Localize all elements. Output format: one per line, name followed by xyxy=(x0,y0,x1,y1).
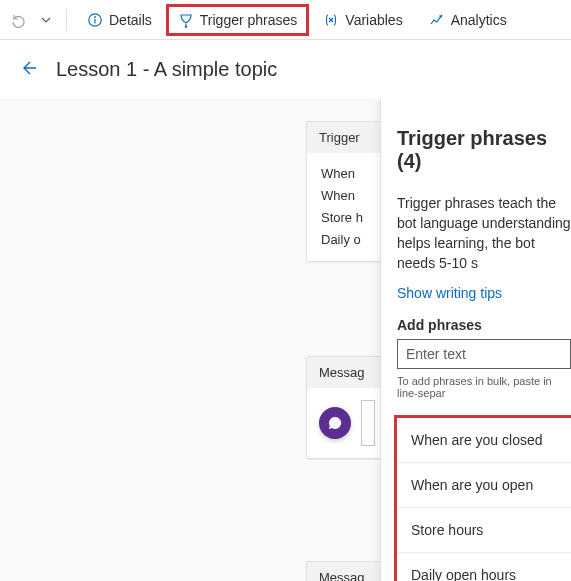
top-toolbar: Details Trigger phrases Variables Analyt… xyxy=(0,0,571,40)
undo-menu-button[interactable] xyxy=(34,10,58,30)
details-tab[interactable]: Details xyxy=(75,4,164,36)
trigger-phrases-tab[interactable]: Trigger phrases xyxy=(166,4,310,36)
back-button[interactable] xyxy=(14,54,42,85)
trigger-phrases-label: Trigger phrases xyxy=(200,12,298,28)
variables-label: Variables xyxy=(345,12,402,28)
analytics-tab[interactable]: Analytics xyxy=(417,4,519,36)
variables-tab[interactable]: Variables xyxy=(311,4,414,36)
chat-icon xyxy=(327,415,343,431)
variables-icon xyxy=(323,12,339,28)
divider xyxy=(66,9,67,31)
details-label: Details xyxy=(109,12,152,28)
panel-description: Trigger phrases teach the bot language u… xyxy=(397,193,571,273)
undo-icon xyxy=(10,12,26,28)
back-arrow-icon xyxy=(18,58,38,78)
trigger-icon xyxy=(178,12,194,28)
chevron-down-icon xyxy=(40,14,52,26)
message-preview xyxy=(361,400,375,446)
phrase-list: When are you closed When are you open St… xyxy=(394,415,571,581)
trigger-phrases-panel: Trigger phrases (4) Trigger phrases teac… xyxy=(380,99,571,581)
add-phrase-input[interactable] xyxy=(397,339,571,369)
analytics-label: Analytics xyxy=(451,12,507,28)
analytics-icon xyxy=(429,12,445,28)
phrase-item[interactable]: Daily open hours xyxy=(397,553,571,581)
message-node-avatar xyxy=(319,407,351,439)
svg-point-1 xyxy=(94,16,96,18)
authoring-canvas[interactable]: Trigger When When Store h Daily o Messag… xyxy=(0,99,571,581)
show-writing-tips-link[interactable]: Show writing tips xyxy=(397,285,502,301)
panel-title: Trigger phrases (4) xyxy=(397,127,571,173)
svg-rect-2 xyxy=(94,19,95,24)
add-phrases-label: Add phrases xyxy=(397,317,571,333)
title-bar: Lesson 1 - A simple topic xyxy=(0,40,571,99)
phrase-item[interactable]: Store hours xyxy=(397,508,571,553)
phrase-item[interactable]: When are you open xyxy=(397,463,571,508)
undo-button[interactable] xyxy=(4,8,32,32)
info-icon xyxy=(87,12,103,28)
add-phrase-hint: To add phrases in bulk, paste in line-se… xyxy=(397,375,571,399)
phrase-item[interactable]: When are you closed xyxy=(397,418,571,463)
page-title: Lesson 1 - A simple topic xyxy=(56,58,277,81)
